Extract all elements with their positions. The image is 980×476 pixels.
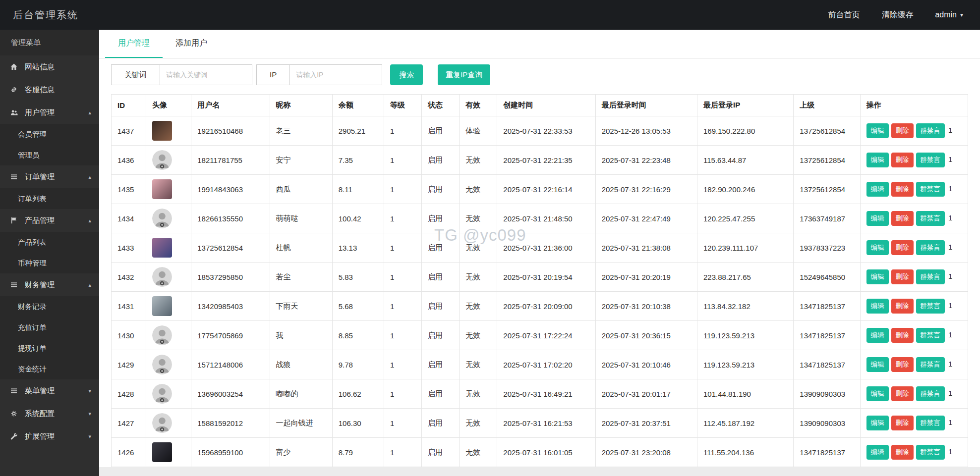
mute-button[interactable]: 群禁言 [916,357,945,372]
sidebar-item-label: 订单管理 [25,172,55,182]
column-header: ID [112,95,146,116]
cell-status[interactable]: 启用 [422,146,460,175]
cell-last-ip: 119.123.59.213 [697,321,793,350]
sidebar-item-0[interactable]: 网站信息 [0,55,99,78]
sidebar-item-8[interactable]: 扩展管理▾ [0,425,99,448]
cell-status[interactable]: 启用 [422,263,460,292]
sidebar-item-6[interactable]: 菜单管理▾ [0,379,99,402]
delete-button[interactable]: 删除 [891,123,914,138]
sidebar-subitem-3-0[interactable]: 订单列表 [0,188,99,209]
edit-button[interactable]: 编辑 [866,269,889,284]
cell-last-login: 2025-07-31 20:10:46 [595,350,697,379]
cell-created: 2025-07-31 17:02:20 [497,350,595,379]
column-header: 创建时间 [497,95,595,116]
edit-button[interactable]: 编辑 [866,182,889,197]
flag-icon [10,216,21,224]
column-header: 等级 [384,95,421,116]
edit-button[interactable]: 编辑 [866,416,889,430]
delete-button[interactable]: 删除 [891,240,914,255]
mute-button[interactable]: 群禁言 [916,240,945,255]
mute-button[interactable]: 群禁言 [916,182,945,197]
delete-button[interactable]: 删除 [891,182,914,197]
cell-status[interactable]: 启用 [422,409,460,438]
delete-button[interactable]: 删除 [891,416,914,430]
delete-button[interactable]: 删除 [891,328,914,343]
cell-status[interactable]: 启用 [422,321,460,350]
delete-button[interactable]: 删除 [891,153,914,167]
sidebar-item-3[interactable]: 订单管理▴ [0,165,99,188]
delete-button[interactable]: 删除 [891,445,914,460]
edit-button[interactable]: 编辑 [866,240,889,255]
sidebar-item-4[interactable]: 产品管理▴ [0,209,99,232]
sidebar-item-5[interactable]: 财务管理▴ [0,273,99,296]
edit-button[interactable]: 编辑 [866,445,889,460]
sidebar-subitem-5-0[interactable]: 财务记录 [0,296,99,317]
edit-button[interactable]: 编辑 [866,328,889,343]
edit-button[interactable]: 编辑 [866,299,889,314]
sidebar-subitem-5-2[interactable]: 提现订单 [0,338,99,359]
sidebar-subitem-2-0[interactable]: 会员管理 [0,124,99,145]
mute-count: 1 [948,447,952,456]
sidebar-item-7[interactable]: 系统配置▾ [0,402,99,425]
mute-count: 1 [948,155,952,163]
cell-status[interactable]: 启用 [422,204,460,233]
keyword-input[interactable] [160,64,252,85]
cell-avatar [146,438,191,467]
delete-button[interactable]: 删除 [891,357,914,372]
user-menu[interactable]: admin ▾ [935,10,963,19]
avatar [152,384,172,404]
mute-button[interactable]: 群禁言 [916,445,945,460]
cell-status[interactable]: 启用 [422,350,460,379]
cell-level: 1 [384,146,421,175]
sidebar-item-1[interactable]: 客服信息 [0,78,99,101]
delete-button[interactable]: 删除 [891,299,914,314]
home-icon [10,63,21,71]
search-button[interactable]: 搜索 [390,64,423,85]
sidebar-subitem-4-1[interactable]: 币种管理 [0,253,99,273]
cell-status[interactable]: 启用 [422,175,460,204]
frontend-home-link[interactable]: 前台首页 [828,10,860,20]
edit-button[interactable]: 编辑 [866,153,889,167]
edit-button[interactable]: 编辑 [866,357,889,372]
tab-1[interactable]: 添加用户 [163,30,220,58]
edit-button[interactable]: 编辑 [866,211,889,226]
cell-status[interactable]: 启用 [422,116,460,146]
mute-button[interactable]: 群禁言 [916,123,945,138]
cell-status[interactable]: 启用 [422,438,460,467]
delete-button[interactable]: 删除 [891,386,914,401]
cell-last-ip: 101.44.81.190 [697,379,793,409]
delete-button[interactable]: 删除 [891,269,914,284]
sidebar-subitem-2-1[interactable]: 管理员 [0,145,99,165]
mute-button[interactable]: 群禁言 [916,269,945,284]
mute-button[interactable]: 群禁言 [916,416,945,430]
mute-button[interactable]: 群禁言 [916,299,945,314]
cell-actions: 编辑删除群禁言1 [860,350,968,379]
sidebar-subitem-5-3[interactable]: 资金统计 [0,359,99,379]
cell-username: 18266135550 [191,204,270,233]
ip-group: IP [256,64,382,85]
ip-input[interactable] [290,64,382,85]
delete-button[interactable]: 删除 [891,211,914,226]
mute-button[interactable]: 群禁言 [916,386,945,401]
cell-valid: 无效 [460,233,497,263]
clear-cache-link[interactable]: 清除缓存 [881,10,913,20]
cell-status[interactable]: 启用 [422,233,460,263]
sidebar-item-2[interactable]: 用户管理▴ [0,101,99,124]
cell-level: 1 [384,321,421,350]
duplicate-ip-button[interactable]: 重复IP查询 [438,64,490,85]
cell-status[interactable]: 启用 [422,292,460,321]
cell-status[interactable]: 启用 [422,379,460,409]
sidebar-subitem-4-0[interactable]: 产品列表 [0,232,99,253]
mute-button[interactable]: 群禁言 [916,211,945,226]
cell-last-login: 2025-07-31 22:47:49 [595,204,697,233]
column-header: 余额 [332,95,384,116]
edit-button[interactable]: 编辑 [866,386,889,401]
sidebar-subitem-5-1[interactable]: 充值订单 [0,317,99,338]
cell-parent: 13471825137 [794,350,860,379]
mute-button[interactable]: 群禁言 [916,328,945,343]
cell-last-ip: 120.225.47.255 [697,204,793,233]
edit-button[interactable]: 编辑 [866,123,889,138]
mute-button[interactable]: 群禁言 [916,153,945,167]
mute-count: 1 [948,418,952,426]
tab-0[interactable]: 用户管理 [105,30,163,58]
